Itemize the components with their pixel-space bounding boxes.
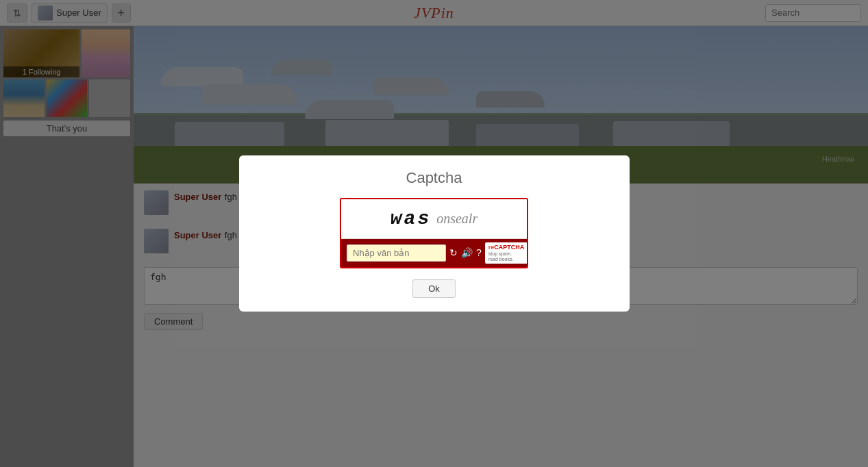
- audio-icon: 🔊: [461, 247, 473, 258]
- recaptcha-tagline: stop spam.: [488, 251, 512, 257]
- captcha-input-row: ↻ 🔊 ? reCAPTCHA stop spam. read books.: [341, 239, 527, 266]
- help-icon: ?: [476, 247, 482, 258]
- recaptcha-tagline2: read books.: [488, 257, 514, 262]
- modal-title: Captcha: [256, 169, 612, 187]
- captcha-image-area: was onsealr: [341, 199, 527, 239]
- captcha-container: was onsealr ↻ 🔊 ? reCAPTCHA sto: [340, 198, 528, 268]
- refresh-icon: ↻: [449, 247, 458, 258]
- captcha-word2: onsealr: [436, 211, 478, 227]
- recaptcha-text: reCAPTCHA: [488, 244, 525, 251]
- modal-overlay[interactable]: Captcha was onsealr ↻ 🔊 ?: [0, 0, 868, 467]
- captcha-word1: was: [390, 208, 431, 229]
- captcha-audio-button[interactable]: 🔊: [461, 245, 473, 260]
- recaptcha-logo-box: reCAPTCHA stop spam. read books.: [485, 242, 528, 263]
- ok-button[interactable]: Ok: [412, 279, 456, 298]
- recaptcha-logo: reCAPTCHA stop spam. read books.: [485, 242, 528, 263]
- captcha-text-input[interactable]: [347, 244, 446, 262]
- captcha-refresh-button[interactable]: ↻: [449, 245, 458, 260]
- captcha-modal: Captcha was onsealr ↻ 🔊 ?: [239, 155, 630, 311]
- captcha-help-button[interactable]: ?: [476, 245, 482, 260]
